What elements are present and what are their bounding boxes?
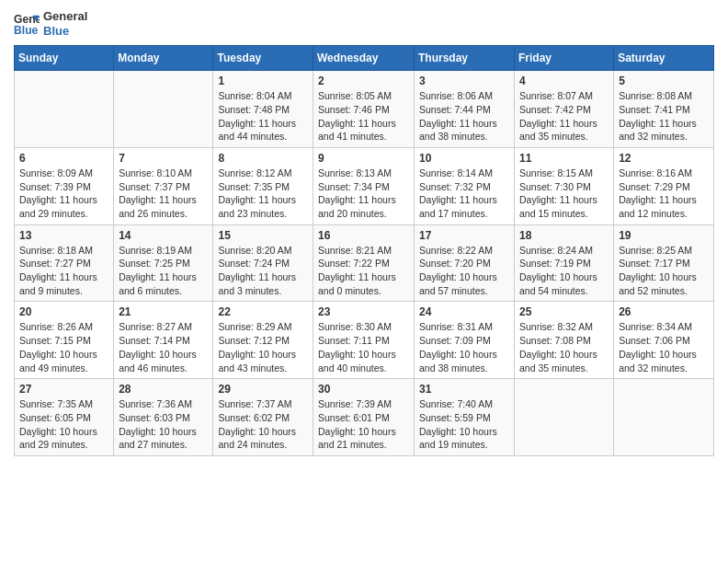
day-number: 11 [519,152,609,165]
calendar-cell: 15Sunrise: 8:20 AM Sunset: 7:24 PM Dayli… [213,224,313,302]
day-number: 10 [419,152,509,165]
day-info: Sunrise: 8:19 AM Sunset: 7:25 PM Dayligh… [119,244,208,298]
day-number: 26 [619,305,709,318]
day-number: 29 [218,383,308,396]
day-info: Sunrise: 8:31 AM Sunset: 7:09 PM Dayligh… [419,320,509,374]
calendar-cell: 23Sunrise: 8:30 AM Sunset: 7:11 PM Dayli… [313,302,415,379]
day-info: Sunrise: 7:37 AM Sunset: 6:02 PM Dayligh… [218,397,308,452]
day-number: 19 [619,229,709,242]
calendar-week-1: 1Sunrise: 8:04 AM Sunset: 7:48 PM Daylig… [15,71,714,148]
day-info: Sunrise: 8:09 AM Sunset: 7:39 PM Dayligh… [19,167,108,221]
calendar-cell: 20Sunrise: 8:26 AM Sunset: 7:15 PM Dayli… [15,302,114,379]
calendar-cell: 26Sunrise: 8:34 AM Sunset: 7:06 PM Dayli… [614,302,714,379]
calendar-cell: 3Sunrise: 8:06 AM Sunset: 7:44 PM Daylig… [415,71,515,148]
weekday-tuesday: Tuesday [213,46,313,71]
weekday-friday: Friday [515,46,614,71]
day-info: Sunrise: 8:04 AM Sunset: 7:48 PM Dayligh… [218,89,308,144]
logo: General Blue General Blue [14,9,87,38]
page: General Blue General Blue SundayMondayTu… [0,0,728,563]
weekday-saturday: Saturday [614,46,714,71]
day-info: Sunrise: 8:24 AM Sunset: 7:19 PM Dayligh… [519,244,609,298]
svg-text:Blue: Blue [14,24,39,37]
calendar-week-5: 27Sunrise: 7:35 AM Sunset: 6:05 PM Dayli… [15,379,714,456]
calendar-cell: 7Sunrise: 8:10 AM Sunset: 7:37 PM Daylig… [114,147,213,224]
weekday-thursday: Thursday [415,46,515,71]
weekday-wednesday: Wednesday [313,46,415,71]
day-info: Sunrise: 8:13 AM Sunset: 7:34 PM Dayligh… [318,167,409,221]
calendar-body: 1Sunrise: 8:04 AM Sunset: 7:48 PM Daylig… [15,71,714,456]
day-number: 22 [218,305,308,318]
day-info: Sunrise: 8:12 AM Sunset: 7:35 PM Dayligh… [218,167,308,221]
day-number: 12 [619,152,709,165]
day-info: Sunrise: 8:27 AM Sunset: 7:14 PM Dayligh… [119,320,208,374]
calendar-cell: 29Sunrise: 7:37 AM Sunset: 6:02 PM Dayli… [213,379,313,456]
day-info: Sunrise: 8:15 AM Sunset: 7:30 PM Dayligh… [519,167,609,221]
calendar-cell: 10Sunrise: 8:14 AM Sunset: 7:32 PM Dayli… [415,147,515,224]
logo-blue: Blue [43,24,87,39]
calendar-cell: 22Sunrise: 8:29 AM Sunset: 7:12 PM Dayli… [213,302,313,379]
day-number: 8 [218,152,308,165]
day-info: Sunrise: 8:07 AM Sunset: 7:42 PM Dayligh… [519,89,609,144]
day-info: Sunrise: 8:22 AM Sunset: 7:20 PM Dayligh… [419,244,509,298]
day-info: Sunrise: 8:10 AM Sunset: 7:37 PM Dayligh… [119,167,208,221]
day-number: 15 [218,229,308,242]
day-number: 7 [119,152,208,165]
day-info: Sunrise: 8:25 AM Sunset: 7:17 PM Dayligh… [619,244,709,298]
day-info: Sunrise: 8:18 AM Sunset: 7:27 PM Dayligh… [19,244,108,298]
day-info: Sunrise: 7:39 AM Sunset: 6:01 PM Dayligh… [318,397,409,452]
calendar-cell: 13Sunrise: 8:18 AM Sunset: 7:27 PM Dayli… [15,224,114,302]
day-info: Sunrise: 8:32 AM Sunset: 7:08 PM Dayligh… [519,320,609,374]
day-number: 27 [19,383,108,396]
day-number: 20 [19,305,108,318]
day-number: 4 [519,75,609,87]
day-number: 2 [318,75,409,87]
calendar-cell: 2Sunrise: 8:05 AM Sunset: 7:46 PM Daylig… [313,71,415,148]
day-number: 6 [19,152,108,165]
day-number: 23 [318,305,409,318]
day-info: Sunrise: 7:35 AM Sunset: 6:05 PM Dayligh… [19,397,108,452]
calendar-table: SundayMondayTuesdayWednesdayThursdayFrid… [14,45,714,456]
calendar-cell [114,71,213,148]
day-info: Sunrise: 8:29 AM Sunset: 7:12 PM Dayligh… [218,320,308,374]
calendar-cell: 8Sunrise: 8:12 AM Sunset: 7:35 PM Daylig… [213,147,313,224]
calendar-cell: 5Sunrise: 8:08 AM Sunset: 7:41 PM Daylig… [614,71,714,148]
calendar-cell: 24Sunrise: 8:31 AM Sunset: 7:09 PM Dayli… [415,302,515,379]
calendar-cell [15,71,114,148]
calendar-cell: 25Sunrise: 8:32 AM Sunset: 7:08 PM Dayli… [515,302,614,379]
day-number: 30 [318,383,409,396]
calendar-cell: 12Sunrise: 8:16 AM Sunset: 7:29 PM Dayli… [614,147,714,224]
calendar-cell: 30Sunrise: 7:39 AM Sunset: 6:01 PM Dayli… [313,379,415,456]
day-info: Sunrise: 8:14 AM Sunset: 7:32 PM Dayligh… [419,167,509,221]
day-number: 5 [619,75,709,87]
calendar-cell: 28Sunrise: 7:36 AM Sunset: 6:03 PM Dayli… [114,379,213,456]
calendar-week-3: 13Sunrise: 8:18 AM Sunset: 7:27 PM Dayli… [15,224,714,302]
day-number: 17 [419,229,509,242]
calendar-cell: 31Sunrise: 7:40 AM Sunset: 5:59 PM Dayli… [415,379,515,456]
calendar-cell: 4Sunrise: 8:07 AM Sunset: 7:42 PM Daylig… [515,71,614,148]
day-info: Sunrise: 8:34 AM Sunset: 7:06 PM Dayligh… [619,320,709,374]
logo-general: General [43,9,87,24]
day-number: 25 [519,305,609,318]
day-number: 13 [19,229,108,242]
weekday-header-row: SundayMondayTuesdayWednesdayThursdayFrid… [15,46,714,71]
calendar-cell: 16Sunrise: 8:21 AM Sunset: 7:22 PM Dayli… [313,224,415,302]
day-number: 16 [318,229,409,242]
day-number: 24 [419,305,509,318]
weekday-sunday: Sunday [15,46,114,71]
day-info: Sunrise: 8:06 AM Sunset: 7:44 PM Dayligh… [419,89,509,144]
calendar-week-4: 20Sunrise: 8:26 AM Sunset: 7:15 PM Dayli… [15,302,714,379]
calendar-cell: 18Sunrise: 8:24 AM Sunset: 7:19 PM Dayli… [515,224,614,302]
calendar-cell [515,379,614,456]
day-info: Sunrise: 8:05 AM Sunset: 7:46 PM Dayligh… [318,89,409,144]
day-number: 1 [218,75,308,87]
day-number: 21 [119,305,208,318]
day-number: 14 [119,229,208,242]
calendar-week-2: 6Sunrise: 8:09 AM Sunset: 7:39 PM Daylig… [15,147,714,224]
day-info: Sunrise: 7:36 AM Sunset: 6:03 PM Dayligh… [119,397,208,452]
day-info: Sunrise: 8:20 AM Sunset: 7:24 PM Dayligh… [218,244,308,298]
day-info: Sunrise: 8:26 AM Sunset: 7:15 PM Dayligh… [19,320,108,374]
day-number: 28 [119,383,208,396]
calendar-cell: 14Sunrise: 8:19 AM Sunset: 7:25 PM Dayli… [114,224,213,302]
day-info: Sunrise: 8:30 AM Sunset: 7:11 PM Dayligh… [318,320,409,374]
day-number: 3 [419,75,509,87]
